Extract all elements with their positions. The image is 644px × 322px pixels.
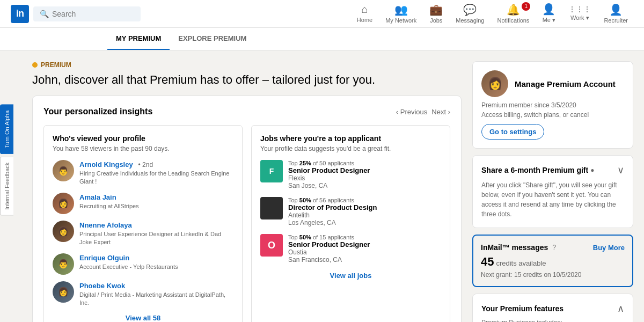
job-logo: F <box>260 160 283 182</box>
search-bar[interactable]: 🔍 <box>33 6 141 21</box>
previous-button[interactable]: ‹ Previous <box>396 108 428 116</box>
nav-messaging[interactable]: 💬 Messaging <box>450 0 489 28</box>
manage-premium-header: 👩 Manage Premium Account <box>481 70 624 97</box>
my-premium-label: MY PREMIUM <box>116 34 161 42</box>
avatar: 👩 <box>53 281 74 303</box>
nav-recruiter-label: Recruiter <box>604 17 628 24</box>
nav-my-network[interactable]: 👥 My Network <box>380 0 422 28</box>
viewer-name-link[interactable]: Amala Jain <box>79 193 116 201</box>
avatar: 👩 <box>53 193 74 214</box>
view-all-viewers[interactable]: View all 58 <box>53 313 233 322</box>
internal-feedback-tab[interactable]: Internal Feedback <box>0 156 13 215</box>
viewers-col-subtitle: You have 58 viewers in the past 90 days. <box>53 145 233 152</box>
premium-headline: John, discover all that Premium has to o… <box>32 73 462 87</box>
jobs-icon: 💼 <box>429 3 443 16</box>
messaging-icon: 💬 <box>463 3 477 16</box>
features-title: Your Premium features <box>481 304 564 313</box>
go-to-settings-button[interactable]: Go to settings <box>481 124 544 140</box>
premium-label: PREMIUM <box>32 61 462 69</box>
job-applicant-rank: Top 25% of 50 applicants <box>288 160 370 166</box>
network-icon: 👥 <box>394 3 408 16</box>
job-title: Senior Product Designer <box>288 240 370 248</box>
share-gift-title: Share a 6-month Premium gift <box>481 166 588 174</box>
viewer-name-link[interactable]: Enrique Olguin <box>79 254 129 262</box>
manage-billing: Access billing, switch plans, or cancel <box>481 111 624 119</box>
view-all-jobs-link[interactable]: View all jobs <box>330 272 372 280</box>
gift-collapse-icon[interactable]: ∨ <box>617 164 624 176</box>
job-logo: O <box>260 234 283 257</box>
viewer-name-link[interactable]: Arnold Kingsley <box>79 160 133 169</box>
view-all-jobs[interactable]: View all jobs <box>260 271 441 280</box>
jobs-col-subtitle: Your profile data suggests you'd be a gr… <box>260 145 441 152</box>
linkedin-logo[interactable]: in <box>11 5 29 23</box>
manage-premium-title: Manage Premium Account <box>515 79 616 89</box>
avatar: 👨 <box>53 253 74 275</box>
job-location: San Jose, CA <box>288 182 370 189</box>
nav-network-label: My Network <box>385 17 416 24</box>
explore-premium-label: EXPLORE PREMIUM <box>178 34 246 42</box>
turn-on-alpha-label: Turn On Alpha <box>4 111 10 149</box>
turn-on-alpha-tab[interactable]: Turn On Alpha <box>0 105 13 155</box>
top-navbar: in 🔍 ⌂ Home 👥 My Network 💼 Jobs 💬 Messag… <box>0 0 644 28</box>
inmail-grant-info: Next grant: 15 credits on 10/5/2020 <box>481 271 625 279</box>
premium-dot-icon <box>32 62 38 68</box>
search-icon: 🔍 <box>40 10 49 18</box>
insights-columns: Who's viewed your profile You have 58 vi… <box>43 125 450 322</box>
manage-premium-section: 👩 Manage Premium Account Premium member … <box>472 61 633 149</box>
sub-navbar: MY PREMIUM EXPLORE PREMIUM <box>0 28 644 50</box>
viewer-meta: Recruiting at AllStripes <box>79 202 139 210</box>
nav-me-label: Me ▾ <box>543 17 555 24</box>
viewer-meta: Digital / Print Media - Marketing Assist… <box>79 291 233 308</box>
features-header: Your Premium features ∧ <box>481 303 624 314</box>
insights-card: Your personalized insights ‹ Previous Ne… <box>32 96 462 322</box>
nav-jobs-label: Jobs <box>430 17 442 24</box>
inmail-header: InMail™ messages ? Buy More <box>481 243 625 252</box>
tab-my-premium[interactable]: MY PREMIUM <box>107 28 170 50</box>
notifications-icon: 🔔 <box>507 3 520 16</box>
viewer-degree: • 2nd <box>138 161 153 169</box>
nav-work[interactable]: ⋮⋮⋮ Work ▾ <box>563 2 596 26</box>
insights-navigation: ‹ Previous Next › <box>396 108 450 116</box>
nav-work-label: Work ▾ <box>570 14 589 21</box>
share-gift-desc: After you click "Share gift", you will s… <box>481 180 624 219</box>
inmail-help-icon: ? <box>552 244 556 251</box>
job-applicant-rank: Top 50% of 56 applicants <box>288 197 377 203</box>
gift-help-icon: ● <box>590 166 594 174</box>
nav-messaging-label: Messaging <box>456 17 484 24</box>
insights-title: Your personalized insights <box>43 107 152 116</box>
job-item: F Top 25% of 50 applicants Senior Produc… <box>260 160 441 189</box>
buy-more-link[interactable]: Buy More <box>593 244 625 252</box>
nav-home[interactable]: ⌂ Home <box>352 0 378 27</box>
manage-since: Premium member since 3/5/2020 <box>481 101 624 109</box>
share-gift-header: Share a 6-month Premium gift ● ∨ <box>481 164 624 176</box>
features-collapse-icon[interactable]: ∧ <box>617 303 624 314</box>
viewers-col-title: Who's viewed your profile <box>53 134 233 143</box>
nav-recruiter[interactable]: 👤 Recruiter <box>598 0 633 28</box>
viewer-meta: Account Executive - Yelp Restaurants <box>79 263 178 271</box>
viewer-item: 👨 Arnold Kingsley • 2nd Hiring Creative … <box>53 160 233 186</box>
nav-home-label: Home <box>357 17 372 23</box>
tab-explore-premium[interactable]: EXPLORE PREMIUM <box>170 28 255 50</box>
job-location: San Francisco, CA <box>288 256 370 264</box>
viewer-name-link[interactable]: Nnenne Afolaya <box>79 221 132 229</box>
job-company: Antelith <box>288 211 377 219</box>
job-title: Director of Product Design <box>288 203 377 211</box>
main-container: PREMIUM John, discover all that Premium … <box>0 50 644 322</box>
job-title: Senior Product Designer <box>288 166 370 174</box>
viewer-name-link[interactable]: Phoebe Kwok <box>79 282 125 290</box>
nav-jobs[interactable]: 💼 Jobs <box>424 0 448 28</box>
features-subtitle: Premium Business includes: <box>481 319 624 322</box>
premium-label-text: PREMIUM <box>41 61 71 69</box>
search-input[interactable] <box>52 10 134 18</box>
inmail-credits-label: credits available <box>496 259 546 267</box>
work-icon: ⋮⋮⋮ <box>568 5 591 13</box>
nav-notifications[interactable]: 🔔 1 Notifications <box>492 0 535 28</box>
avatar: 👩 <box>53 221 74 242</box>
inmail-credits-count: 45 <box>481 255 494 268</box>
job-company: Flexis <box>288 174 370 182</box>
job-applicant-rank: Top 50% of 15 applicants <box>288 234 370 240</box>
view-all-viewers-link[interactable]: View all 58 <box>126 314 161 322</box>
next-button[interactable]: Next › <box>431 108 450 116</box>
nav-me[interactable]: 👤 Me ▾ <box>537 0 561 28</box>
nav-items: ⌂ Home 👥 My Network 💼 Jobs 💬 Messaging 🔔… <box>352 0 633 28</box>
